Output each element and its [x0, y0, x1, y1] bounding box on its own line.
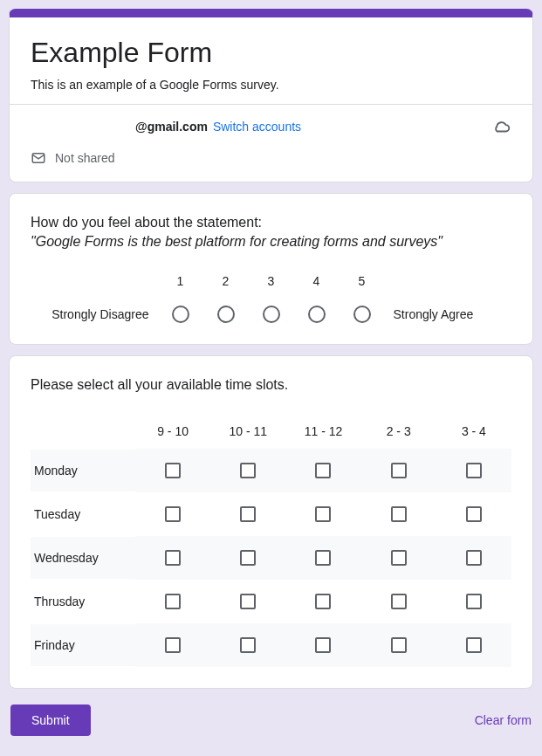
likert-radio-2[interactable] — [217, 306, 235, 323]
grid-col-header: 11 - 12 — [285, 414, 360, 449]
grid-checkbox[interactable] — [466, 637, 482, 653]
grid-col-header: 2 - 3 — [361, 414, 436, 449]
grid-checkbox[interactable] — [315, 463, 331, 478]
q2-prompt: Please select all your available time sl… — [31, 377, 511, 393]
grid-checkbox[interactable] — [315, 506, 331, 522]
grid-checkbox[interactable] — [240, 594, 256, 609]
q1-statement: "Google Forms is the best platform for c… — [31, 234, 511, 250]
grid-row-label: Monday — [31, 450, 135, 491]
likert-radio-5[interactable] — [353, 306, 371, 323]
likert-radio-4[interactable] — [308, 306, 326, 323]
grid-checkbox[interactable] — [315, 594, 331, 609]
likert-num-5: 5 — [340, 274, 385, 288]
grid-checkbox[interactable] — [391, 506, 407, 522]
likert-num-1: 1 — [158, 274, 203, 288]
grid-checkbox[interactable] — [240, 506, 256, 522]
grid-row-label: Wednesday — [31, 537, 135, 579]
grid-checkbox[interactable] — [466, 463, 482, 478]
grid-checkbox[interactable] — [391, 550, 407, 566]
grid-checkbox[interactable] — [165, 594, 181, 609]
draft-icon — [31, 150, 46, 166]
grid-col-header: 10 - 11 — [210, 414, 285, 449]
grid-checkbox[interactable] — [240, 550, 256, 566]
grid-checkbox[interactable] — [391, 637, 407, 653]
grid-col-header: 9 - 10 — [135, 414, 210, 449]
question-likert-card: How do you feel about the statement: "Go… — [9, 193, 533, 345]
grid-checkbox[interactable] — [165, 550, 181, 566]
cloud-icon — [492, 117, 511, 136]
grid-checkbox[interactable] — [315, 550, 331, 566]
grid-row-label: Tuesday — [31, 493, 135, 535]
likert-radio-1[interactable] — [172, 306, 189, 323]
not-shared-row: Not shared — [31, 143, 511, 169]
grid-checkbox[interactable] — [165, 506, 181, 522]
question-grid-card: Please select all your available time sl… — [9, 355, 533, 689]
submit-button[interactable]: Submit — [10, 704, 91, 736]
grid-row-label: Frinday — [31, 624, 135, 666]
not-shared-text: Not shared — [55, 151, 114, 165]
switch-accounts-link[interactable]: Switch accounts — [213, 120, 301, 134]
grid-checkbox[interactable] — [315, 637, 331, 653]
grid-checkbox[interactable] — [466, 594, 482, 609]
account-email: @gmail.com — [135, 120, 208, 134]
form-description: This is an example of a Google Forms sur… — [31, 78, 511, 92]
grid-checkbox[interactable] — [240, 463, 256, 478]
grid-checkbox[interactable] — [165, 463, 181, 478]
likert-grid: 1 2 3 4 5 Strongly Disagree Strongly Agr… — [31, 274, 511, 323]
account-row: @gmail.com Switch accounts — [31, 105, 511, 143]
likert-num-4: 4 — [294, 274, 340, 288]
checkbox-grid: 9 - 1010 - 1111 - 122 - 33 - 4MondayTues… — [31, 414, 511, 667]
form-header-card: Example Form This is an example of a Goo… — [9, 9, 533, 182]
likert-num-3: 3 — [249, 274, 294, 288]
grid-checkbox[interactable] — [240, 637, 256, 653]
grid-checkbox[interactable] — [391, 463, 407, 478]
form-title: Example Form — [31, 37, 511, 69]
grid-checkbox[interactable] — [466, 550, 482, 566]
likert-num-2: 2 — [203, 274, 249, 288]
grid-checkbox[interactable] — [391, 594, 407, 609]
grid-checkbox[interactable] — [466, 506, 482, 522]
likert-radio-3[interactable] — [263, 306, 280, 323]
likert-left-label: Strongly Disagree — [36, 307, 158, 321]
form-footer: Submit Clear form — [9, 699, 533, 745]
likert-right-label: Strongly Agree — [385, 307, 507, 321]
grid-col-header: 3 - 4 — [436, 414, 511, 449]
q1-prompt: How do you feel about the statement: — [31, 215, 511, 230]
clear-form-link[interactable]: Clear form — [475, 713, 532, 727]
grid-checkbox[interactable] — [165, 637, 181, 653]
grid-row-label: Thrusday — [31, 581, 135, 622]
